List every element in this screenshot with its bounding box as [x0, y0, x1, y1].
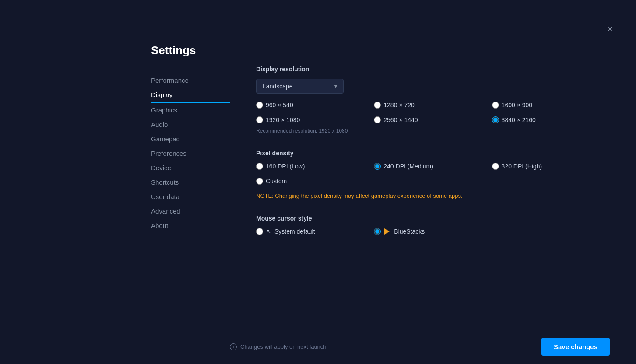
bluestacks-cursor-icon: [384, 228, 390, 234]
resolution-option-3840: 3840 × 2160: [492, 116, 610, 123]
settings-title: Settings: [151, 44, 230, 57]
main-content: Display resolution Landscape Portrait ▼ …: [230, 44, 636, 364]
cursor-radio-bluestacks[interactable]: [374, 228, 381, 235]
sidebar-item-advanced[interactable]: Advanced: [151, 204, 230, 218]
dpi-radio-custom[interactable]: [256, 178, 263, 185]
orientation-dropdown[interactable]: Landscape Portrait: [256, 79, 344, 94]
resolution-option-1280: 1280 × 720: [374, 102, 492, 108]
pixel-density-section: Pixel density 160 DPI (Low) 240 DPI (Med…: [256, 150, 610, 199]
cursor-radio-system[interactable]: [256, 228, 263, 235]
sidebar-item-display[interactable]: Display: [151, 88, 230, 103]
resolution-option-2560: 2560 × 1440: [374, 116, 492, 123]
resolution-option-1600: 1600 × 900: [492, 102, 610, 108]
cursor-option-bluestacks: BlueStacks: [374, 228, 492, 235]
sidebar-item-gamepad[interactable]: Gamepad: [151, 132, 230, 146]
sidebar: Settings Performance Display Graphics Au…: [151, 44, 230, 364]
cursor-style-section: Mouse cursor style ↖ System default Blue…: [256, 215, 610, 235]
resolution-radio-3840[interactable]: [492, 116, 499, 123]
sidebar-item-user-data[interactable]: User data: [151, 189, 230, 204]
recommended-resolution-text: Recommended resolution: 1920 x 1080: [256, 128, 610, 134]
dpi-label-custom[interactable]: Custom: [266, 178, 287, 185]
cursor-label-bluestacks[interactable]: BlueStacks: [394, 228, 425, 235]
dpi-radio-320[interactable]: [492, 163, 499, 170]
system-cursor-icon: ↖: [267, 228, 271, 234]
dpi-radio-240[interactable]: [374, 163, 381, 170]
resolution-option-960: 960 × 540: [256, 102, 374, 108]
resolution-radio-1600[interactable]: [492, 102, 499, 108]
dpi-option-240: 240 DPI (Medium): [374, 163, 492, 170]
sidebar-item-shortcuts[interactable]: Shortcuts: [151, 175, 230, 189]
resolution-radio-1280[interactable]: [374, 102, 381, 108]
resolution-radio-2560[interactable]: [374, 116, 381, 123]
resolution-label-960[interactable]: 960 × 540: [266, 102, 293, 108]
resolution-label-1600[interactable]: 1600 × 900: [502, 102, 532, 108]
resolution-title: Display resolution: [256, 66, 610, 73]
dpi-label-240[interactable]: 240 DPI (Medium): [383, 163, 433, 170]
pixel-density-options: 160 DPI (Low) 240 DPI (Medium) 320 DPI (…: [256, 163, 610, 188]
dpi-radio-160[interactable]: [256, 163, 263, 170]
save-changes-button[interactable]: Save changes: [541, 338, 610, 356]
footer-info: i Changes will apply on next launch: [230, 343, 327, 350]
dpi-option-160: 160 DPI (Low): [256, 163, 374, 170]
dpi-label-160[interactable]: 160 DPI (Low): [266, 163, 305, 170]
display-resolution-section: Display resolution Landscape Portrait ▼ …: [256, 66, 610, 134]
sidebar-item-device[interactable]: Device: [151, 161, 230, 175]
orientation-dropdown-wrapper: Landscape Portrait ▼: [256, 79, 344, 94]
pixel-density-title: Pixel density: [256, 150, 610, 157]
resolution-label-2560[interactable]: 2560 × 1440: [383, 116, 418, 123]
settings-container: Settings Performance Display Graphics Au…: [0, 0, 636, 364]
resolution-options: 960 × 540 1280 × 720 1600 × 900 1920 × 1…: [256, 102, 610, 127]
sidebar-item-performance[interactable]: Performance: [151, 73, 230, 88]
resolution-label-3840[interactable]: 3840 × 2160: [502, 116, 536, 123]
sidebar-item-graphics[interactable]: Graphics: [151, 103, 230, 117]
sidebar-item-about[interactable]: About: [151, 218, 230, 233]
close-button[interactable]: ✕: [607, 25, 613, 33]
pixel-density-note: NOTE: Changing the pixel density may aff…: [256, 192, 610, 199]
cursor-option-system: ↖ System default: [256, 228, 374, 235]
resolution-option-1920: 1920 × 1080: [256, 116, 374, 123]
dpi-option-custom: Custom: [256, 178, 374, 185]
cursor-options: ↖ System default BlueStacks: [256, 228, 610, 235]
resolution-label-1280[interactable]: 1280 × 720: [383, 102, 414, 108]
cursor-label-system[interactable]: System default: [274, 228, 315, 235]
info-icon: i: [230, 343, 237, 350]
cursor-style-title: Mouse cursor style: [256, 215, 610, 222]
footer-info-text: Changes will apply on next launch: [240, 343, 327, 350]
resolution-radio-1920[interactable]: [256, 116, 263, 123]
dpi-option-320: 320 DPI (High): [492, 163, 610, 170]
sidebar-item-audio[interactable]: Audio: [151, 117, 230, 132]
dpi-label-320[interactable]: 320 DPI (High): [502, 163, 542, 170]
close-icon: ✕: [607, 25, 613, 34]
sidebar-item-preferences[interactable]: Preferences: [151, 146, 230, 161]
resolution-label-1920[interactable]: 1920 × 1080: [266, 116, 300, 123]
resolution-radio-960[interactable]: [256, 102, 263, 108]
footer: i Changes will apply on next launch Save…: [0, 329, 636, 364]
